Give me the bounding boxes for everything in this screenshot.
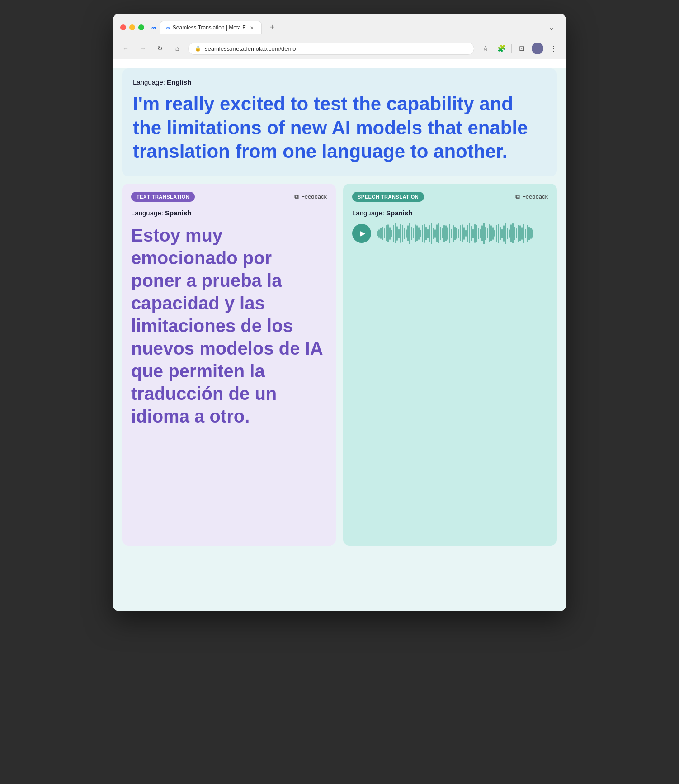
menu-button[interactable]: ⋮ [547,42,560,55]
speech-translation-tag: SPEECH TRANSLATION [352,192,424,202]
text-translation-header: TEXT TRANSLATION ⧉ Feedback [131,192,327,202]
back-button[interactable]: ← [119,42,132,55]
speech-feedback-icon: ⧉ [515,193,520,200]
minimize-traffic-light[interactable] [129,24,135,30]
title-bar: ∞ ∞ Seamless Translation | Meta F ✕ + ⌄ [113,14,566,39]
speech-feedback-button[interactable]: ⧉ Feedback [515,193,548,200]
tab-dropdown-button[interactable]: ⌄ [544,20,559,34]
source-language-label: Language: English [133,78,546,86]
bookmark-button[interactable]: ☆ [479,42,491,55]
speech-translation-language: Spanish [386,209,412,217]
reload-button[interactable]: ↻ [154,42,166,55]
forward-button[interactable]: → [137,42,149,55]
feedback-icon: ⧉ [294,193,299,200]
browser-window: ∞ ∞ Seamless Translation | Meta F ✕ + ⌄ … [113,14,566,611]
tab-title: Seamless Translation | Meta F [173,24,246,31]
speech-feedback-label: Feedback [522,193,548,200]
cast-button[interactable]: ⊡ [515,42,528,55]
speech-translation-header: SPEECH TRANSLATION ⧉ Feedback [352,192,548,202]
audio-player: ▶ [352,224,548,243]
text-translation-language: Spanish [165,209,191,217]
text-feedback-button[interactable]: ⧉ Feedback [294,193,327,200]
source-panel: Language: English I'm really excited to … [122,68,557,176]
nav-actions: ☆ 🧩 ⊡ ⋮ [479,42,560,55]
source-text: I'm really excited to test the capabilit… [133,92,546,164]
extensions-button[interactable]: 🧩 [495,42,508,55]
navigation-bar: ← → ↻ ⌂ 🔒 seamless.metademolab.com/demo … [113,39,566,59]
url-display: seamless.metademolab.com/demo [205,45,467,52]
play-icon: ▶ [360,229,365,238]
text-translation-tag: TEXT TRANSLATION [131,192,195,202]
translated-text: Estoy muy emocionado por poner a prueba … [131,224,327,428]
waveform [377,224,548,243]
meta-logo: ∞ [151,24,156,31]
page-content: Language: English I'm really excited to … [113,68,566,611]
divider [511,44,512,53]
speech-translation-language-label: Language: Spanish [352,209,548,217]
traffic-lights [120,24,144,30]
close-traffic-light[interactable] [120,24,126,30]
address-bar[interactable]: 🔒 seamless.metademolab.com/demo [188,43,474,55]
security-icon: 🔒 [195,46,201,52]
new-tab-button[interactable]: + [265,20,279,35]
source-language: English [167,78,191,86]
tab-close-button[interactable]: ✕ [249,24,255,31]
text-translation-language-label: Language: Spanish [131,209,327,217]
text-feedback-label: Feedback [301,193,327,200]
maximize-traffic-light[interactable] [138,24,144,30]
speech-translation-panel: SPEECH TRANSLATION ⧉ Feedback Language: … [343,184,557,546]
play-button[interactable]: ▶ [352,224,371,243]
profile-avatar[interactable] [532,43,543,54]
home-button[interactable]: ⌂ [171,42,184,55]
translation-panels: TEXT TRANSLATION ⧉ Feedback Language: Sp… [113,184,566,555]
text-translation-panel: TEXT TRANSLATION ⧉ Feedback Language: Sp… [122,184,336,546]
active-tab[interactable]: ∞ Seamless Translation | Meta F ✕ [160,21,262,34]
browser-chrome: ∞ ∞ Seamless Translation | Meta F ✕ + ⌄ … [113,14,566,59]
